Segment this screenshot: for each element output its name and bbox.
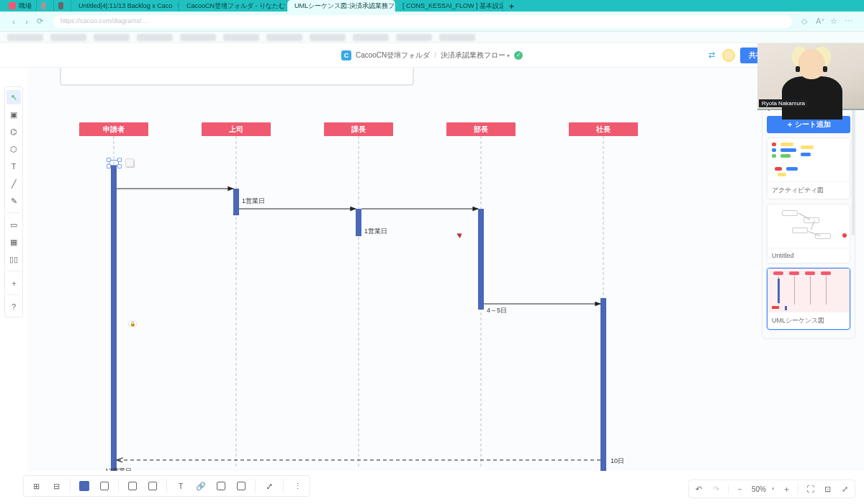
app-logo-icon[interactable]: C: [341, 50, 351, 60]
svg-text:上司: 上司: [228, 125, 243, 133]
fill-style[interactable]: [96, 478, 112, 494]
sheet-card[interactable]: アクティビティ図: [767, 138, 850, 199]
browser-tab-active[interactable]: UMLシーケンス図:決済承認業務フロ✕: [287, 0, 395, 12]
breadcrumb: C CacooCN登壇フォルダ / 決済承認業務フロー ✓: [341, 50, 523, 60]
context-toolbar: ⊞ ⊟ T 🔗 ⑇ ⋮: [23, 475, 310, 497]
sync-status-icon: ✓: [514, 51, 523, 60]
canvas[interactable]: 申請者上司課長部長社長1営業日1営業日4～5日10日17営業日 🔒 36 x 1…: [27, 68, 864, 471]
sheet-label: UMLシーケンス図: [768, 312, 850, 329]
fill-color[interactable]: [76, 478, 92, 494]
app-topbar: C CacooCN登壇フォルダ / 決済承認業務フロー ✓ ⇄ 共有 ▷ ☁ り…: [0, 43, 864, 68]
zoom-out-icon[interactable]: －: [734, 484, 746, 495]
svg-text:1営業日: 1営業日: [242, 197, 265, 204]
zoom-in-icon[interactable]: ＋: [780, 484, 792, 495]
sheets-panel: シート ✕ ＋ シート追加 アクティビティ図: [762, 98, 855, 339]
browser-omnibar: ‹ › ⟳ https://cacoo.com/diagrams/… ◇ A⁺ …: [0, 12, 864, 32]
svg-text:申請者: 申請者: [103, 125, 125, 133]
align-tool[interactable]: ▯▯: [6, 252, 21, 266]
text-tool[interactable]: T: [6, 159, 21, 174]
fit-icon[interactable]: ⛶: [804, 485, 816, 493]
browser-tab[interactable]: 職場: [4, 0, 37, 12]
image-tool[interactable]: ▭: [6, 217, 21, 232]
ext-icon[interactable]: ☆: [830, 17, 840, 26]
svg-text:1営業日: 1営業日: [364, 228, 387, 235]
lock-icon: 🔒: [128, 320, 137, 328]
forward-icon[interactable]: ›: [22, 17, 32, 26]
svg-text:4～5日: 4～5日: [487, 307, 507, 314]
browser-tab[interactable]: [37, 0, 54, 12]
polygon-tool[interactable]: ⬡: [6, 142, 21, 156]
browser-tab-strip: 職場 Untitled|4|:11/13 Backlog x Caco✕ Cac…: [0, 0, 864, 12]
browser-tab[interactable]: CacooCN登壇フォルダ - りなたむ -✕: [179, 0, 287, 12]
help-tool[interactable]: ?: [6, 300, 21, 314]
svg-rect-18: [356, 209, 361, 236]
sheet-card[interactable]: Untitled: [767, 204, 850, 264]
avatar[interactable]: [722, 49, 735, 62]
pen-tool[interactable]: ✎: [6, 194, 21, 208]
address-bar[interactable]: https://cacoo.com/diagrams/…: [53, 15, 792, 28]
back-icon[interactable]: ‹: [9, 17, 19, 26]
sticky-note-icon[interactable]: [125, 158, 134, 167]
browser-tab[interactable]: [ CONS_KESSAI_FLOW ] 基本設定✕: [395, 0, 503, 12]
ext-icon[interactable]: A⁺: [816, 17, 826, 26]
reload-icon[interactable]: ⟳: [35, 17, 45, 26]
app-frame: C CacooCN登壇フォルダ / 決済承認業務フロー ✓ ⇄ 共有 ▷ ☁ り…: [0, 43, 864, 504]
redo-icon[interactable]: ↷: [711, 485, 722, 494]
svg-text:10日: 10日: [611, 457, 624, 464]
svg-text:課長: 課長: [351, 125, 366, 133]
sequence-diagram: 申請者上司課長部長社長1営業日1営業日4～5日10日17営業日: [27, 68, 769, 471]
sheet-card-selected[interactable]: UMLシーケンス図: [767, 268, 850, 330]
svg-text:部長: 部長: [473, 125, 488, 133]
text-style[interactable]: T: [173, 478, 189, 494]
webcam-overlay: Ryota Nakamura: [757, 43, 864, 110]
more-icon[interactable]: ⋮: [289, 478, 305, 494]
svg-rect-19: [478, 209, 484, 310]
zoom-value[interactable]: 50%: [752, 485, 766, 493]
svg-text:社長: 社長: [595, 125, 611, 133]
translate-icon[interactable]: ⇄: [706, 50, 717, 61]
breadcrumb-folder[interactable]: CacooCN登壇フォルダ: [356, 50, 430, 60]
bookmarks-bar: [0, 32, 864, 43]
zoom-bar: ↶ ↷ － 50% ▾ ＋ ⛶ ⊡ ⤢: [688, 480, 855, 498]
border-style[interactable]: [125, 478, 140, 494]
browser-tab[interactable]: [54, 0, 71, 12]
border-style2[interactable]: [145, 478, 161, 494]
webcam-name: Ryota Nakamura: [759, 99, 808, 107]
svg-rect-0: [60, 68, 413, 85]
link-icon[interactable]: 🔗: [193, 478, 209, 494]
scrollbar[interactable]: [852, 99, 855, 235]
new-tab-button[interactable]: ＋: [508, 1, 516, 12]
frame-tool[interactable]: ▣: [6, 107, 21, 122]
plus-tool[interactable]: ＋: [6, 276, 21, 290]
sheet-label: Untitled: [768, 248, 850, 263]
svg-rect-17: [233, 189, 239, 215]
minimap-icon[interactable]: ⊡: [822, 485, 833, 494]
attach-icon[interactable]: ⑇: [261, 478, 277, 494]
cursor-tool[interactable]: ↖: [6, 90, 21, 104]
shape-style[interactable]: [213, 478, 229, 494]
svg-text:17営業日: 17営業日: [105, 467, 132, 471]
menu-icon[interactable]: ⋯: [845, 17, 855, 26]
ext-icon[interactable]: ◇: [801, 17, 811, 26]
expand-icon[interactable]: ⤢: [839, 485, 850, 494]
undo-icon[interactable]: ↶: [693, 485, 705, 494]
breadcrumb-doc[interactable]: 決済承認業務フロー: [441, 50, 510, 60]
grid-icon[interactable]: ⊞: [28, 478, 44, 494]
table-tool[interactable]: ▦: [6, 235, 21, 249]
svg-rect-20: [600, 298, 606, 471]
grid2-icon[interactable]: ⊟: [48, 478, 64, 494]
shapes-tool[interactable]: ⌬: [6, 125, 21, 139]
tool-rail: ↖ ▣ ⌬ ⬡ T ╱ ✎ ▭ ▦ ▯▯ ＋ ?: [4, 86, 23, 318]
sheet-label: アクティビティ図: [768, 181, 850, 199]
shape-style2[interactable]: [233, 478, 249, 494]
line-tool[interactable]: ╱: [6, 176, 21, 191]
browser-tab[interactable]: Untitled|4|:11/13 Backlog x Caco✕: [71, 0, 179, 12]
svg-rect-16: [111, 165, 117, 471]
